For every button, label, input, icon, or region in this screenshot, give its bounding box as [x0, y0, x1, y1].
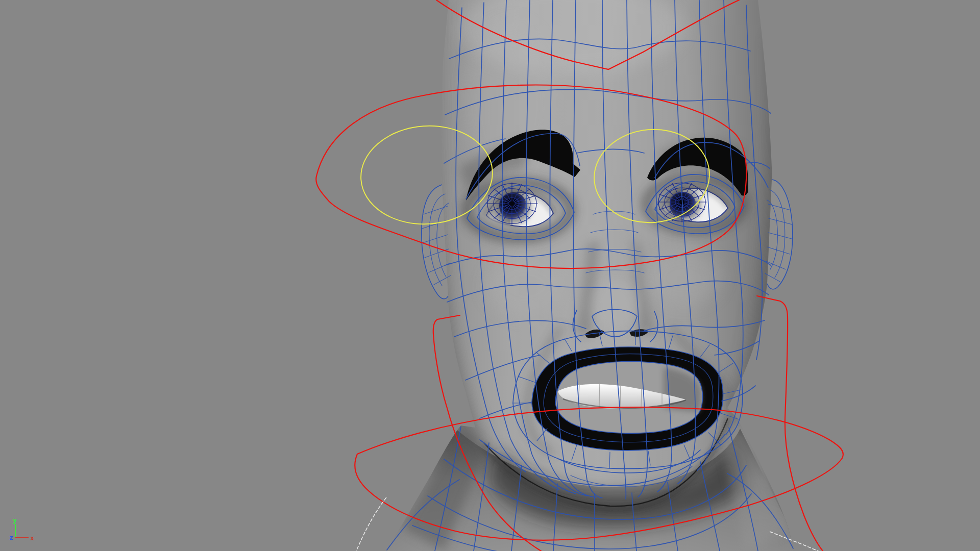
z-axis-label: z [9, 534, 13, 541]
viewport[interactable]: y x z [0, 0, 980, 551]
viewport-canvas[interactable]: y x z [0, 0, 980, 551]
y-axis-label: y [13, 516, 17, 524]
x-axis-label: x [30, 534, 34, 542]
